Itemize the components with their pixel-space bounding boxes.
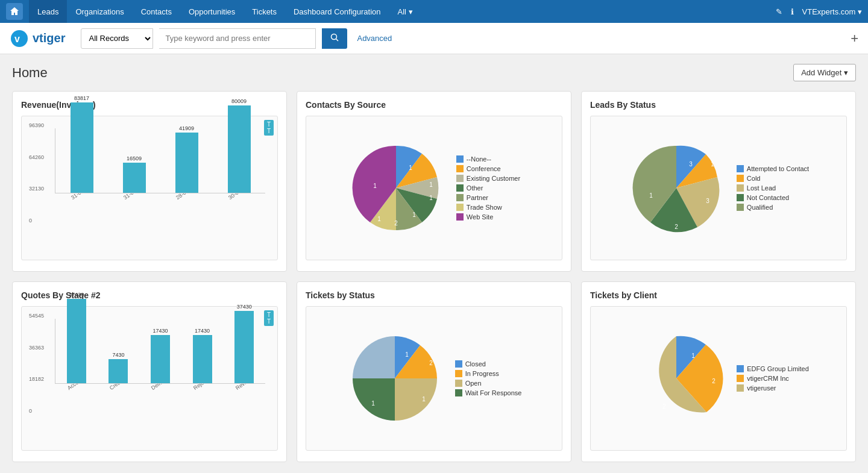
widget-tickets-by-status: Tickets by Status (297, 281, 571, 462)
svg-text:1: 1 (429, 181, 433, 188)
pie-leads-container: 3 1 3 2 1 Attempted to Contact Co (597, 122, 840, 254)
chart-toggle-quotes[interactable]: TT (264, 310, 274, 326)
pie-client-legend: EDFG Group Limited vtigerCRM Inc vtigeru… (737, 365, 809, 392)
nav-opportunities[interactable]: Opportunities (180, 0, 244, 23)
nav-dashboard-config[interactable]: Dashboard Configuration (285, 0, 389, 23)
widget-tickets-client-inner: 1 2 2 EDFG Group Limited vtigerCRM Inc (590, 306, 847, 451)
legend-other: Other (456, 184, 520, 192)
legend-label-edfg: EDFG Group Limited (747, 365, 809, 372)
widget-tickets-status-inner: 1 2 1 1 Closed In Progress (306, 306, 562, 451)
svg-text:1: 1 (371, 400, 375, 407)
svg-text:2: 2 (394, 220, 398, 227)
pie-tickets-chart: 1 2 1 1 (347, 330, 443, 427)
widget-tickets-status-title: Tickets by Status (306, 290, 562, 300)
legend-color-closed (455, 360, 462, 368)
legend-edfg: EDFG Group Limited (737, 365, 809, 372)
legend-qualified: Qualified (737, 204, 809, 211)
add-record-button[interactable]: + (851, 31, 858, 46)
search-scope-select[interactable]: All Records (81, 28, 153, 49)
vtiger-logo: v vtiger (10, 29, 65, 48)
svg-text:1: 1 (691, 352, 695, 359)
legend-label-website: Web Site (467, 213, 493, 221)
legend-color-conference (456, 165, 464, 172)
legend-label-waitresponse: Wait For Response (465, 389, 522, 396)
nav-items: Leads Organizations Contacts Opportuniti… (29, 0, 776, 23)
search-input[interactable] (159, 28, 316, 49)
legend-label-tradeshow: Trade Show (467, 204, 502, 211)
widget-leads-title: Leads By Status (590, 100, 847, 110)
legend-color-vtigercrm (737, 375, 744, 382)
q-bar-group-1: 7430 (108, 352, 128, 383)
svg-text:1: 1 (412, 211, 416, 218)
svg-text:1: 1 (373, 183, 377, 189)
svg-text:2: 2 (429, 360, 433, 366)
svg-text:1: 1 (405, 351, 409, 358)
chart-toggle-revenue[interactable]: TT (264, 120, 274, 136)
q-bar-group-0: 47430 (67, 292, 86, 383)
svg-text:1: 1 (409, 164, 412, 171)
legend-notcontacted: Not Contacted (737, 194, 809, 201)
legend-label-vtigeruser: vtigeruser (747, 384, 776, 392)
pie-client-chart: 1 2 2 (628, 330, 725, 427)
legend-color-lostlead (737, 184, 744, 192)
widget-tickets-client-title: Tickets by Client (590, 290, 847, 300)
svg-text:2: 2 (675, 224, 678, 230)
nav-leads[interactable]: Leads (29, 0, 67, 23)
nav-organizations[interactable]: Organizations (67, 0, 132, 23)
widget-quotes-by-stage: Quotes By Stage #2 54545 36363 18182 0 4… (12, 281, 287, 462)
pie-contacts-chart: 1 1 1 1 2 1 1 (348, 140, 444, 236)
svg-text:1: 1 (649, 192, 653, 199)
logo-icon: v (10, 29, 29, 48)
pie-tickets-legend: Closed In Progress Open Wait For Re (455, 360, 522, 396)
edit-icon[interactable]: ✎ (776, 7, 782, 16)
bar-3 (228, 105, 251, 193)
search-button[interactable] (322, 28, 347, 49)
legend-label-vtigercrm: vtigerCRM Inc (747, 375, 789, 382)
nav-tickets[interactable]: Tickets (244, 0, 285, 23)
q-bar-group-4: 37430 (234, 304, 254, 383)
q-y-label-2: 36363 (29, 345, 44, 351)
q-bar-2 (151, 335, 170, 383)
legend-attempted: Attempted to Contact (737, 165, 809, 172)
advanced-search-link[interactable]: Advanced (357, 34, 392, 43)
q-bar-3 (193, 335, 212, 383)
legend-label-other: Other (467, 184, 483, 192)
svg-text:v: v (14, 34, 20, 44)
bar-group-2: 41909 (175, 125, 198, 193)
widget-contacts-by-source: Contacts By Source (297, 91, 571, 272)
legend-color-tradeshow (456, 204, 464, 211)
y-label-1: 96390 (29, 122, 44, 128)
page-header: Home Add Widget ▾ (12, 64, 856, 81)
info-icon[interactable]: ℹ (791, 7, 794, 16)
x-label-0: 31-03-2015 (70, 193, 103, 216)
bar-group-3: 80009 (228, 98, 251, 193)
logo-text: vtiger (33, 31, 65, 45)
q-x-label-0: Accepted (66, 384, 96, 407)
legend-color-cold (737, 175, 744, 182)
home-icon[interactable] (6, 3, 23, 20)
legend-color-inprogress (455, 370, 462, 377)
legend-color-open (455, 380, 462, 387)
x-label-2: 28-02-2015 (175, 193, 208, 216)
widget-contacts-title: Contacts By Source (306, 100, 562, 110)
legend-label-cold: Cold (747, 175, 761, 182)
domain-label[interactable]: VTExperts.com ▾ (802, 7, 862, 16)
svg-text:3: 3 (689, 161, 693, 168)
main-content: Home Add Widget ▾ Revenue(Invoices) 9639… (0, 54, 868, 472)
nav-contacts[interactable]: Contacts (133, 0, 180, 23)
svg-text:2: 2 (662, 403, 666, 410)
legend-color-edfg (737, 365, 744, 372)
pie-tickets-container: 1 2 1 1 Closed In Progress (312, 313, 556, 444)
y-label-2: 64260 (29, 154, 44, 160)
widget-leads-by-status: Leads By Status 3 (581, 91, 856, 272)
legend-closed: Closed (455, 360, 522, 368)
q-bar-1 (108, 359, 128, 383)
q-x-label-3: Rejected (192, 384, 222, 407)
add-widget-button[interactable]: Add Widget ▾ (793, 64, 856, 81)
bar-1 (123, 163, 146, 193)
legend-cold: Cold (737, 175, 809, 182)
nav-all[interactable]: All ▾ (389, 0, 421, 23)
legend-label-closed: Closed (465, 360, 486, 368)
pie-contacts-legend: --None-- Conference Existing Customer (456, 155, 520, 221)
legend-vtigeruser: vtigeruser (737, 384, 809, 392)
